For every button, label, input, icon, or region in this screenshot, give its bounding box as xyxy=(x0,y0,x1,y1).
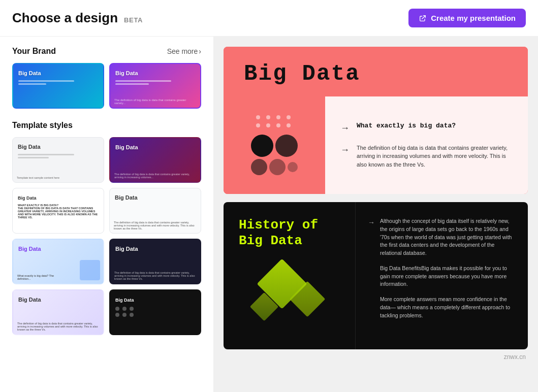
slide1-content: → What exactly is big data? → The defini… xyxy=(325,96,528,194)
thumb-label: Big Data xyxy=(115,298,134,303)
arrow-right-icon: → xyxy=(340,123,350,134)
see-more-button[interactable]: See more › xyxy=(167,47,201,55)
thumb-label: Big Data xyxy=(18,195,37,201)
slide-row-1: → What exactly is big data? xyxy=(340,122,513,134)
thumb-label: Big Data xyxy=(18,246,41,252)
thumbnail-purple-pink[interactable]: Big Data The definition of big data is d… xyxy=(109,63,201,109)
slide2-title: History of Big Data xyxy=(239,217,340,249)
slide-row-2: → The definition of big data is data tha… xyxy=(340,144,513,169)
slide2-text-2: Big Data BenefitsBig data makes it possi… xyxy=(368,265,516,288)
thumb-label: Big Data xyxy=(115,194,138,201)
thumbnail-dark-dots[interactable]: Big Data xyxy=(109,289,201,335)
thumb-label: Big Data xyxy=(115,246,138,252)
watermark: znwx.cn xyxy=(224,351,528,363)
slide2-arrow-1: → Although the concept of big data itsel… xyxy=(368,217,516,257)
slide-row-2-body: The definition of big data is data that … xyxy=(357,144,513,169)
your-brand-title: Your Brand xyxy=(12,47,56,56)
thumb-label: Big Data xyxy=(115,144,138,150)
arrow-right-icon-3: → xyxy=(368,218,375,226)
page-title: Choose a design xyxy=(12,10,118,26)
thumbnail-white-gray[interactable]: Big Data Template text sample content he… xyxy=(12,137,104,183)
slide2-left: History of Big Data xyxy=(224,202,355,349)
thumb-label: Big Data xyxy=(18,70,41,76)
slide-row-1-heading: What exactly is big data? xyxy=(357,122,456,129)
beta-badge: BETA xyxy=(124,16,143,24)
create-presentation-button[interactable]: Create my presentation xyxy=(408,9,526,27)
slide2-arrow-2: Big Data BenefitsBig data makes it possi… xyxy=(368,265,516,288)
left-panel: Your Brand See more › Big Data xyxy=(0,37,213,392)
preview-panel: Big Data xyxy=(213,37,538,392)
see-more-label: See more xyxy=(167,47,198,55)
slide1-title: Big Data xyxy=(244,61,508,86)
main-content: Your Brand See more › Big Data xyxy=(0,37,538,392)
slide2-visual xyxy=(239,259,340,334)
thumb-label: Big Data xyxy=(115,70,138,76)
your-brand-section-header: Your Brand See more › xyxy=(12,47,201,56)
thumbnail-blue-grad[interactable]: Big Data xyxy=(12,63,104,109)
thumbnail-dark-purple[interactable]: Big Data The definition of big data is d… xyxy=(109,137,201,183)
thumbnail-white-minimal[interactable]: Big Data The definition of big data is d… xyxy=(109,188,201,234)
template-styles-grid: Big Data Template text sample content he… xyxy=(12,137,201,335)
chevron-right-icon: › xyxy=(199,47,201,55)
thumbnail-dark-modern[interactable]: Big Data The definition of big data is d… xyxy=(109,239,201,284)
slide-row-2-text: The definition of big data is data that … xyxy=(357,144,513,169)
dots-pattern xyxy=(115,307,195,317)
slide2-arrow-3: More complete answers mean more confiden… xyxy=(368,296,516,319)
slide1-body: → What exactly is big data? → The defini… xyxy=(224,96,528,194)
slide1-visual xyxy=(224,96,325,194)
template-styles-section-header: Template styles xyxy=(12,121,201,130)
thumbnail-white-simple[interactable]: Big Data WHAT EXACTLY IS BIG DATA?THE DE… xyxy=(12,188,104,234)
thumbnail-illus-blue[interactable]: Big Data What exactly is big data? The d… xyxy=(12,239,104,284)
create-button-label: Create my presentation xyxy=(431,14,516,22)
header-left: Choose a design BETA xyxy=(12,10,143,26)
slide-row-1-text: What exactly is big data? xyxy=(357,122,456,132)
thumb-label: Big Data xyxy=(18,144,41,150)
slide2-text-1: Although the concept of big data itself … xyxy=(380,217,516,257)
template-styles-title: Template styles xyxy=(12,121,73,130)
thumbnail-light-purple[interactable]: Big Data The definition of big data is d… xyxy=(12,289,104,335)
preview-slide-1: Big Data xyxy=(224,47,528,194)
header: Choose a design BETA Create my presentat… xyxy=(0,0,538,37)
diamond-visual xyxy=(249,261,330,332)
your-brand-grid: Big Data Big Data The definition of big … xyxy=(12,63,201,109)
preview-slide-2: History of Big Data → Althou xyxy=(224,202,528,349)
slide1-header: Big Data xyxy=(224,47,528,96)
thumb-label: Big Data xyxy=(18,297,41,303)
slide2-right: → Although the concept of big data itsel… xyxy=(355,202,528,349)
external-link-icon xyxy=(419,14,427,22)
arrow-right-icon-2: → xyxy=(340,145,350,155)
slide2-text-3: More complete answers mean more confiden… xyxy=(368,296,516,319)
